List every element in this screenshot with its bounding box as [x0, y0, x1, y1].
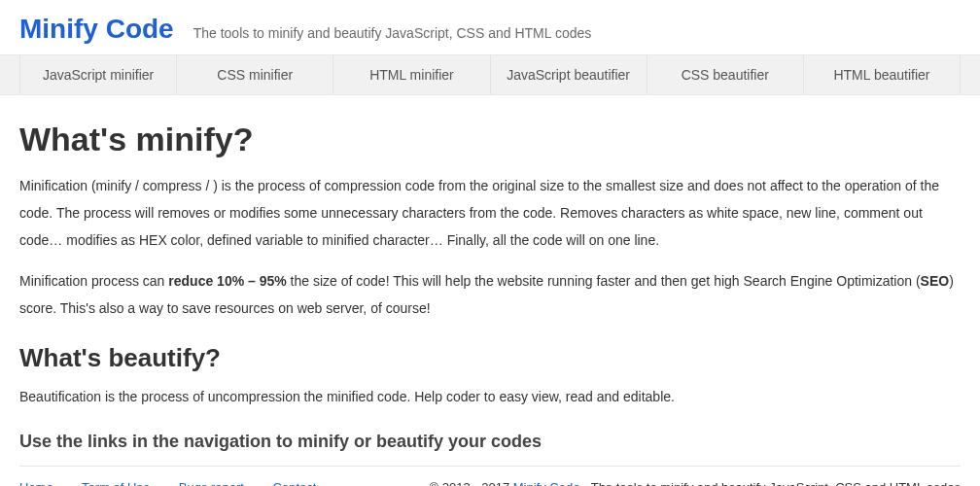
nav-html-beautifier[interactable]: HTML beautifier: [804, 55, 961, 94]
footer-link-bugs[interactable]: Bugs report: [179, 480, 244, 486]
p2-bold-reduce: reduce 10% – 95%: [168, 273, 286, 289]
tagline: The tools to minify and beautify JavaScr…: [193, 25, 592, 41]
heading-cta: Use the links in the navigation to minif…: [19, 432, 961, 452]
footer-copyright: © 2013 - 2017 Minify Code - The tools to…: [430, 480, 961, 486]
nav-css-minifier[interactable]: CSS minifier: [177, 55, 333, 94]
copyright-pre: © 2013 - 2017: [430, 480, 513, 486]
paragraph-minify-desc: Minification (minify / compress / ) is t…: [19, 172, 961, 254]
navbar: JavaScript minifier CSS minifier HTML mi…: [0, 54, 980, 95]
footer-links: Home Term of Use Bugs report Contact: [19, 480, 341, 486]
p2-pre: Minification process can: [19, 273, 168, 289]
nav-js-minifier[interactable]: JavaScript minifier: [19, 55, 177, 94]
footer-link-home[interactable]: Home: [19, 480, 53, 486]
copyright-post: - The tools to minify and beautify JavaS…: [579, 480, 961, 486]
p2-mid: the size of code! This will help the web…: [287, 273, 921, 289]
brand-link[interactable]: Minify Code: [19, 14, 174, 45]
heading-beautify: What's beautify?: [19, 343, 961, 373]
paragraph-minify-benefit: Minification process can reduce 10% – 95…: [19, 267, 961, 322]
copyright-link[interactable]: Minify Code: [513, 480, 580, 486]
p2-bold-seo: SEO: [921, 273, 950, 289]
nav-js-beautifier[interactable]: JavaScript beautifier: [491, 55, 648, 94]
footer-link-terms[interactable]: Term of Use: [82, 480, 150, 486]
nav-html-minifier[interactable]: HTML minifier: [333, 55, 490, 94]
footer: Home Term of Use Bugs report Contact © 2…: [19, 476, 961, 486]
heading-minify: What's minify?: [19, 121, 961, 158]
footer-link-contact[interactable]: Contact: [273, 480, 317, 486]
header: Minify Code The tools to minify and beau…: [19, 0, 961, 54]
paragraph-beautify-desc: Beautification is the process of uncompr…: [19, 383, 961, 410]
divider: [19, 466, 961, 467]
nav-css-beautifier[interactable]: CSS beautifier: [648, 55, 804, 94]
main-content: What's minify? Minification (minify / co…: [0, 121, 980, 486]
